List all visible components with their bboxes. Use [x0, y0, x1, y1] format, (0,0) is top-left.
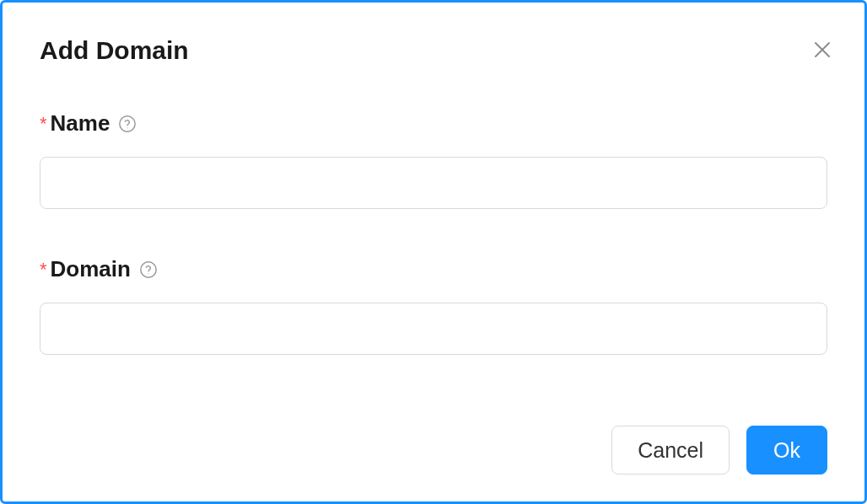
modal-title: Add Domain	[40, 36, 189, 65]
name-input[interactable]	[40, 157, 827, 209]
add-domain-modal: Add Domain * Name	[0, 0, 867, 504]
ok-button[interactable]: Ok	[746, 426, 827, 475]
svg-point-4	[141, 261, 156, 276]
help-icon[interactable]	[118, 115, 137, 133]
name-field-group: * Name	[40, 110, 827, 209]
modal-header: Add Domain	[40, 36, 827, 65]
svg-point-3	[127, 127, 128, 128]
name-label: Name	[51, 110, 110, 137]
cancel-button[interactable]: Cancel	[611, 426, 730, 475]
close-icon[interactable]	[812, 40, 832, 60]
domain-input[interactable]	[40, 303, 827, 355]
domain-label: Domain	[51, 256, 131, 282]
required-asterisk: *	[40, 260, 47, 279]
svg-point-5	[148, 273, 148, 274]
name-label-row: * Name	[40, 110, 827, 137]
modal-footer: Cancel Ok	[40, 426, 827, 475]
domain-label-row: * Domain	[40, 256, 827, 282]
domain-field-group: * Domain	[40, 256, 827, 355]
required-asterisk: *	[40, 115, 47, 133]
add-domain-form: * Name * Domain	[40, 110, 827, 426]
svg-point-2	[120, 115, 135, 131]
help-icon[interactable]	[139, 260, 158, 279]
